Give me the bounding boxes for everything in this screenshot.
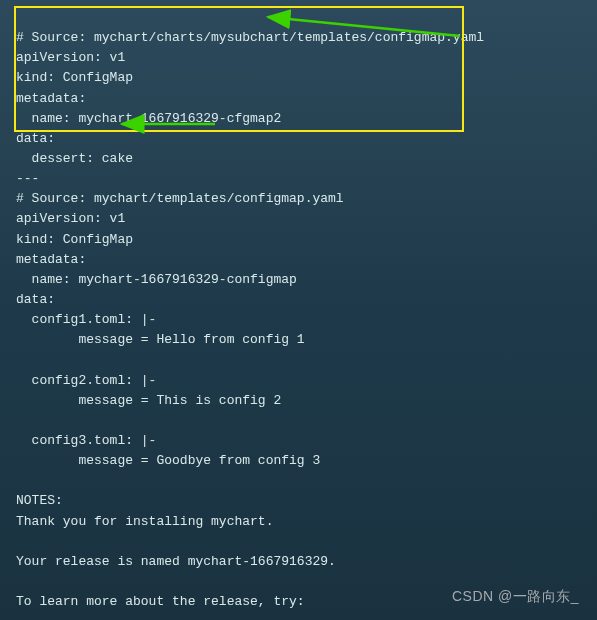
code-line: message = Goodbye from config 3	[16, 453, 320, 468]
code-line: kind: ConfigMap	[16, 232, 133, 247]
code-line: config3.toml: |-	[16, 433, 156, 448]
code-line: name: mychart-1667916329-configmap	[16, 272, 297, 287]
code-line: message = This is config 2	[16, 393, 281, 408]
code-line: apiVersion: v1	[16, 211, 125, 226]
code-line: ---	[16, 171, 39, 186]
code-line: # Source: mychart/charts/mysubchart/temp…	[16, 30, 484, 45]
code-line: kind: ConfigMap	[16, 70, 133, 85]
code-line: Your release is named mychart-1667916329…	[16, 554, 336, 569]
code-line: NOTES:	[16, 493, 63, 508]
code-line: metadata:	[16, 252, 86, 267]
code-line: data:	[16, 292, 55, 307]
code-line: data:	[16, 131, 55, 146]
watermark-text: CSDN @一路向东_	[452, 586, 579, 608]
code-line: To learn more about the release, try:	[16, 594, 305, 609]
code-line: message = Hello from config 1	[16, 332, 305, 347]
code-line: Thank you for installing mychart.	[16, 514, 273, 529]
code-line: metadata:	[16, 91, 86, 106]
code-line: # Source: mychart/templates/configmap.ya…	[16, 191, 344, 206]
code-line: name: mychart-1667916329-cfgmap2	[16, 111, 281, 126]
code-line: apiVersion: v1	[16, 50, 125, 65]
code-line: config1.toml: |-	[16, 312, 156, 327]
terminal-output: # Source: mychart/charts/mysubchart/temp…	[16, 8, 581, 620]
code-line: config2.toml: |-	[16, 373, 156, 388]
code-line: dessert: cake	[16, 151, 133, 166]
